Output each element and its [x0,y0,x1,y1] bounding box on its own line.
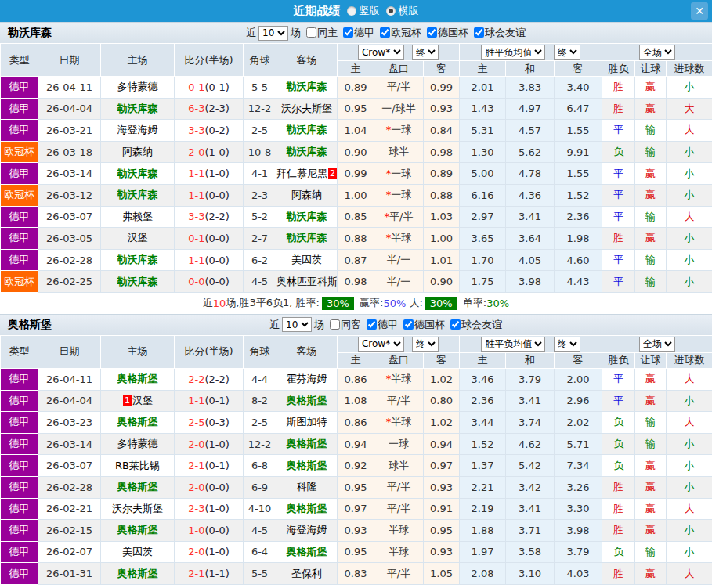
away-team[interactable]: 勒沃库森 [276,77,338,99]
result-goals: 小 [667,77,712,99]
home-team[interactable]: 多特蒙德 [101,77,175,99]
corner-score: 5-5 [244,77,276,99]
away-team[interactable]: 圣保利 [276,563,338,585]
avg-home: 3.44 [460,412,506,434]
home-team[interactable]: RB莱比锡 [101,455,175,477]
halftime-score: (0-3) [204,417,229,428]
home-team[interactable]: 勒沃库森 [101,163,175,185]
match-score: 0-0(0-0) [175,271,244,293]
avg-select[interactable]: 胜平负均值 [481,45,545,60]
odds-away: 0.90 [424,271,460,293]
result-handicap: 输 [635,206,667,228]
result-wdl: 平 [602,368,635,390]
away-team[interactable]: 美因茨 [276,249,338,271]
home-team[interactable]: 阿森纳 [101,141,175,163]
avg-home: 2.01 [460,77,506,99]
away-team[interactable]: 拜仁慕尼黑2 [276,163,338,185]
away-team[interactable]: 沃尔夫斯堡 [276,98,338,120]
filter-league[interactable]: 球会友谊 [445,318,502,332]
home-team[interactable]: 美因茨 [101,541,175,563]
recent-count-select[interactable]: 10 [258,26,288,41]
filter-same[interactable]: 同客 [324,318,361,332]
filter-league[interactable]: 德甲 [338,26,374,40]
filter-league[interactable]: 欧冠杯 [374,26,421,40]
home-team[interactable]: 海登海姆 [101,120,175,142]
filter-league[interactable]: 德甲 [361,318,398,332]
filter-league-checkbox-icon[interactable] [450,319,461,330]
away-team[interactable]: 勒沃库森 [276,120,338,142]
home-team[interactable]: 沃尔夫斯堡 [101,498,175,520]
away-team[interactable]: 勒沃库森 [276,141,338,163]
filter-league[interactable]: 德国杯 [421,26,468,40]
odds-line: *平/半 [374,206,424,228]
fulltime-score: 0-0 [188,276,204,287]
away-team[interactable]: 海登海姆 [276,520,338,542]
home-team[interactable]: 勒沃库森 [101,98,175,120]
avg-final-select[interactable]: 终 [554,337,580,352]
radio-checked-icon[interactable] [386,6,396,16]
away-team[interactable]: 奥林匹亚科斯 [276,271,338,293]
corner-score: 12-2 [244,98,276,120]
filter-league-checkbox-icon[interactable] [380,27,390,38]
odds-final-select[interactable]: 终 [412,337,439,352]
home-team[interactable]: 弗赖堡 [101,206,175,228]
filter-league[interactable]: 德国杯 [398,318,445,332]
home-team[interactable]: 奥格斯堡 [101,520,175,542]
near-label: 近 [269,318,280,332]
away-team[interactable]: 奥格斯堡 [276,390,338,412]
avg-draw: 3.74 [506,412,555,434]
fulltime-select[interactable]: 全场 [639,337,675,352]
away-team[interactable]: 斯图加特 [276,412,338,434]
home-team[interactable]: 勒沃库森 [101,271,175,293]
home-team[interactable]: 奥格斯堡 [101,412,175,434]
home-team[interactable]: 奥格斯堡 [101,476,175,498]
summary-segment: 30% [486,298,509,309]
filter-league-checkbox-icon[interactable] [403,319,414,330]
type-badge: 德甲 [1,228,38,250]
filter-league[interactable]: 球会友谊 [468,26,526,40]
bookmaker-select[interactable]: Crow* [358,45,404,60]
filter-league-checkbox-icon[interactable] [427,27,437,38]
away-team[interactable]: 勒沃库森 [276,228,338,250]
avg-select[interactable]: 胜平负均值 [481,337,545,352]
away-team[interactable]: 勒沃库森 [276,206,338,228]
home-team[interactable]: 多特蒙德 [101,433,175,455]
corner-score: 4-5 [244,271,276,293]
result-handicap: 输 [635,120,667,142]
avg-away: 5.71 [555,433,602,455]
home-team[interactable]: 勒沃库森 [101,184,175,206]
filter-league-checkbox-icon[interactable] [474,27,484,38]
home-team[interactable]: 奥格斯堡 [101,563,175,585]
filter-same[interactable]: 同主 [301,26,338,40]
titlebar: 近期战绩 竖版 横版 ✕ [0,0,712,22]
bookmaker-select[interactable]: Crow* [358,337,404,352]
filter-same-checkbox-icon[interactable] [330,319,340,330]
home-team[interactable]: 奥格斯堡 [101,368,175,390]
filter-league-checkbox-icon[interactable] [367,319,377,330]
away-team[interactable]: 霍芬海姆 [276,368,338,390]
result-handicap: 赢 [635,498,667,520]
avg-final-select[interactable]: 终 [554,45,580,60]
away-team[interactable]: 奥格斯堡 [276,433,338,455]
fulltime-select[interactable]: 全场 [639,45,675,60]
odds-final-select[interactable]: 终 [412,45,439,60]
filter-league-checkbox-icon[interactable] [343,27,353,38]
layout-horizontal-option[interactable]: 横版 [386,4,419,18]
home-team[interactable]: 勒沃库森 [101,249,175,271]
home-team[interactable]: 汉堡 [101,228,175,250]
home-team[interactable]: 1汉堡 [101,390,175,412]
close-icon[interactable]: ✕ [691,2,708,20]
away-team[interactable]: 奥格斯堡 [276,498,338,520]
result-goals: 大 [667,120,712,142]
filter-same-checkbox-icon[interactable] [306,27,316,38]
layout-vertical-option[interactable]: 竖版 [347,4,380,18]
odds-line: 平/半 [374,390,424,412]
away-team[interactable]: 阿森纳 [276,184,338,206]
away-team[interactable]: 科隆 [276,476,338,498]
away-team[interactable]: 奥格斯堡 [276,541,338,563]
result-handicap: 赢 [635,563,667,585]
recent-count-select[interactable]: 10 [282,317,312,332]
odds-line: 一球 [374,433,424,455]
away-team[interactable]: 奥格斯堡 [276,455,338,477]
radio-unchecked-icon[interactable] [347,6,356,16]
